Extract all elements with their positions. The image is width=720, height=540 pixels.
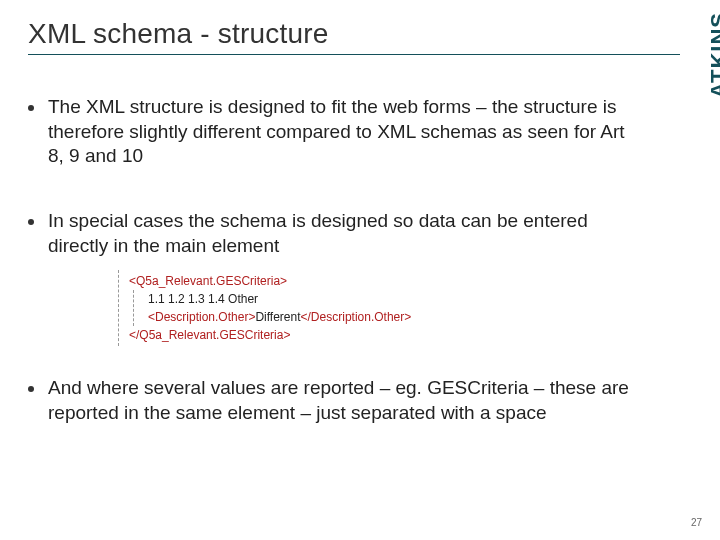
page-number: 27 bbox=[691, 517, 702, 528]
content-area: The XML structure is designed to fit the… bbox=[28, 95, 680, 426]
xml-open-tag: <Q5a_Relevant.GESCriteria> bbox=[129, 274, 287, 288]
xml-text: Different bbox=[255, 310, 300, 324]
bullet-dot-icon bbox=[28, 386, 34, 392]
bullet-item: The XML structure is designed to fit the… bbox=[28, 95, 630, 169]
bullet-item: In special cases the schema is designed … bbox=[28, 209, 630, 258]
bullet-text: In special cases the schema is designed … bbox=[48, 209, 630, 258]
xml-close-tag: </Q5a_Relevant.GESCriteria> bbox=[129, 328, 290, 342]
bullet-dot-icon bbox=[28, 105, 34, 111]
bullet-text: The XML structure is designed to fit the… bbox=[48, 95, 630, 169]
slide: XML schema - structure The XML structure… bbox=[0, 0, 720, 540]
bullet-item: And where several values are reported – … bbox=[28, 376, 630, 425]
code-indent: 1.1 1.2 1.3 1.4 Other <Description.Other… bbox=[133, 290, 630, 326]
xml-open-tag: <Description.Other> bbox=[148, 310, 255, 324]
xml-close-tag: </Description.Other> bbox=[301, 310, 412, 324]
xml-code-block: <Q5a_Relevant.GESCriteria> 1.1 1.2 1.3 1… bbox=[118, 270, 630, 346]
bullet-text: And where several values are reported – … bbox=[48, 376, 630, 425]
atkins-logo: ATKINS bbox=[706, 12, 720, 98]
title-underline bbox=[28, 54, 680, 55]
slide-title: XML schema - structure bbox=[28, 18, 680, 50]
code-line: <Q5a_Relevant.GESCriteria> bbox=[129, 272, 630, 290]
bullet-dot-icon bbox=[28, 219, 34, 225]
code-line: <Description.Other>Different</Descriptio… bbox=[148, 308, 630, 326]
code-line: </Q5a_Relevant.GESCriteria> bbox=[129, 326, 630, 344]
code-line: 1.1 1.2 1.3 1.4 Other bbox=[148, 290, 630, 308]
